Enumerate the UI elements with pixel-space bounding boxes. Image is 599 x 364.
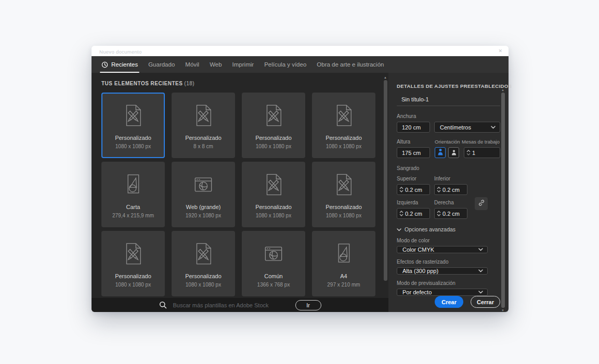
preview-mode-label: Modo de previsualización [397, 280, 500, 286]
preset-name: Común [264, 273, 282, 279]
custom-document-icon [330, 102, 357, 128]
tab-recientes[interactable]: Recientes [101, 56, 138, 73]
tab-pel-cula-y-v-deo[interactable]: Película y vídeo [264, 56, 306, 73]
preset-name: Personalizado [185, 135, 222, 141]
preset-dimensions: 1080 x 1080 px [326, 144, 361, 149]
preset-card[interactable]: A4 297 x 210 mm [312, 231, 375, 296]
tab-web[interactable]: Web [210, 56, 222, 73]
preset-card[interactable]: Personalizado 1080 x 1080 px [312, 93, 375, 158]
custom-document-icon [260, 172, 287, 198]
preset-card[interactable]: Personalizado 1080 x 1080 px [242, 162, 305, 227]
scroll-up-icon[interactable]: ▲ [501, 88, 504, 92]
custom-document-icon [120, 241, 147, 267]
preset-dimensions: 1080 x 1080 px [186, 282, 221, 288]
print-document-icon [120, 172, 147, 198]
preset-name: Personalizado [255, 204, 292, 210]
preset-name: Personalizado [255, 135, 292, 141]
stepper-arrows-icon[interactable] [397, 185, 405, 194]
stock-search-input[interactable]: Buscar más plantillas en Adobe Stock [173, 302, 280, 308]
preset-card[interactable]: Común 1366 x 768 px [242, 231, 305, 296]
create-button[interactable]: Crear [435, 296, 463, 308]
preset-details-panel: DETALLES DE AJUSTES PREESTABLECIDOS Sin … [388, 73, 509, 312]
tab-label: Recientes [111, 61, 138, 68]
orientation-portrait-button[interactable] [435, 147, 446, 158]
width-input[interactable]: 120 cm [397, 122, 430, 133]
landscape-icon [451, 148, 457, 158]
height-label: Altura [397, 139, 435, 145]
panel-scrollbar[interactable]: ▲ ▼ [501, 88, 505, 312]
units-dropdown[interactable]: Centímetros [434, 122, 500, 133]
preset-card[interactable]: Personalizado 1080 x 1080 px [101, 231, 165, 296]
portrait-icon [437, 148, 444, 158]
close-icon[interactable]: ✕ [498, 48, 502, 54]
custom-document-icon [190, 102, 217, 128]
stepper-arrows-icon[interactable] [435, 209, 442, 218]
link-bleed-values-button[interactable] [475, 197, 488, 210]
panel-heading: DETALLES DE AJUSTES PREESTABLECIDOS [397, 83, 500, 89]
tab-m-vil[interactable]: Móvil [185, 56, 199, 73]
artboards-stepper[interactable]: 1 [464, 147, 500, 158]
stock-search-bar: Buscar más plantillas en Adobe Stock Ir [92, 298, 388, 312]
tab-obra-de-arte-e-ilustraci-n[interactable]: Obra de arte e ilustración [317, 56, 384, 73]
preset-dimensions: 297 x 210 mm [327, 282, 360, 288]
preset-card[interactable]: Personalizado 1080 x 1080 px [312, 162, 375, 227]
stepper-arrows-icon[interactable] [464, 148, 472, 158]
preset-name: Carta [126, 204, 140, 210]
custom-document-icon [260, 102, 287, 128]
tab-bar: Recientes Guardado Móvil Web Imprimir Pe… [92, 56, 509, 73]
panel-scrollbar-thumb[interactable] [501, 93, 505, 308]
scroll-down-icon[interactable]: ▼ [501, 309, 504, 312]
scroll-up-icon[interactable]: ▲ [384, 76, 387, 79]
tab-label: Imprimir [232, 61, 254, 68]
tab-imprimir[interactable]: Imprimir [232, 56, 254, 73]
recent-heading: TUS ELEMENTOS RECIENTES [101, 81, 183, 86]
recent-section-label: TUS ELEMENTOS RECIENTES(18) [101, 81, 194, 86]
stepper-arrows-icon[interactable] [397, 209, 405, 218]
preset-dimensions: 1366 x 768 px [257, 282, 290, 288]
preset-card[interactable]: Personalizado 1080 x 1080 px [172, 231, 235, 296]
chevron-down-icon [478, 269, 483, 272]
preset-dimensions: 1080 x 1080 px [115, 144, 151, 149]
orientation-label: Orientación [435, 139, 462, 145]
bleed-left-label: Izquierda [397, 200, 434, 205]
preset-name: Personalizado [325, 204, 362, 210]
preset-dimensions: 1920 x 1080 px [186, 213, 221, 218]
bleed-right-label: Derecha [434, 200, 454, 205]
preview-mode-dropdown[interactable]: Por defecto [397, 289, 488, 296]
color-mode-dropdown[interactable]: Color CMYK [397, 246, 488, 253]
preset-card[interactable]: Carta 279,4 x 215,9 mm [101, 162, 165, 227]
bleed-bottom-stepper[interactable]: 0.2 cm [434, 184, 467, 195]
artboards-label: Mesas de trabajo [462, 139, 500, 145]
close-button[interactable]: Cerrar [471, 296, 500, 308]
preset-name: Personalizado [325, 135, 362, 141]
preset-card[interactable]: Web (grande) 1920 x 1080 px [172, 162, 235, 227]
go-button[interactable]: Ir [295, 300, 321, 310]
chevron-down-icon [478, 291, 483, 294]
tab-label: Película y vídeo [264, 61, 306, 68]
raster-effects-label: Efectos de rasterizado [397, 259, 500, 265]
orientation-landscape-button[interactable] [448, 147, 459, 158]
preset-card[interactable]: Personalizado 1080 x 1080 px [242, 93, 305, 158]
bleed-left-stepper[interactable]: 0.2 cm [397, 208, 430, 219]
tab-label: Guardado [148, 61, 175, 68]
advanced-options-toggle[interactable]: Opciones avanzadas [397, 226, 500, 232]
tab-guardado[interactable]: Guardado [148, 56, 175, 73]
bleed-label: Sangrado [397, 165, 500, 171]
preset-card[interactable]: Personalizado 8 x 8 cm [172, 93, 235, 158]
content-scrollbar[interactable]: ▲ [383, 76, 387, 294]
preset-card[interactable]: Personalizado 1080 x 1080 px [101, 93, 165, 158]
bleed-top-stepper[interactable]: 0.2 cm [397, 184, 430, 195]
height-input[interactable]: 175 cm [397, 147, 430, 158]
tab-label: Móvil [185, 61, 199, 68]
width-label: Anchura [397, 113, 500, 119]
dialog-main: TUS ELEMENTOS RECIENTES(18) [92, 73, 509, 312]
tab-label: Web [210, 61, 222, 68]
tab-label: Obra de arte e ilustración [317, 61, 384, 68]
custom-document-icon [120, 102, 147, 128]
raster-effects-dropdown[interactable]: Alta (300 ppp) [397, 267, 488, 275]
preset-dimensions: 1080 x 1080 px [326, 213, 361, 218]
content-scrollbar-thumb[interactable] [384, 80, 387, 281]
bleed-right-stepper[interactable]: 0.2 cm [434, 208, 467, 219]
stepper-arrows-icon[interactable] [435, 185, 442, 194]
document-name-field[interactable]: Sin título-1 [397, 94, 500, 106]
